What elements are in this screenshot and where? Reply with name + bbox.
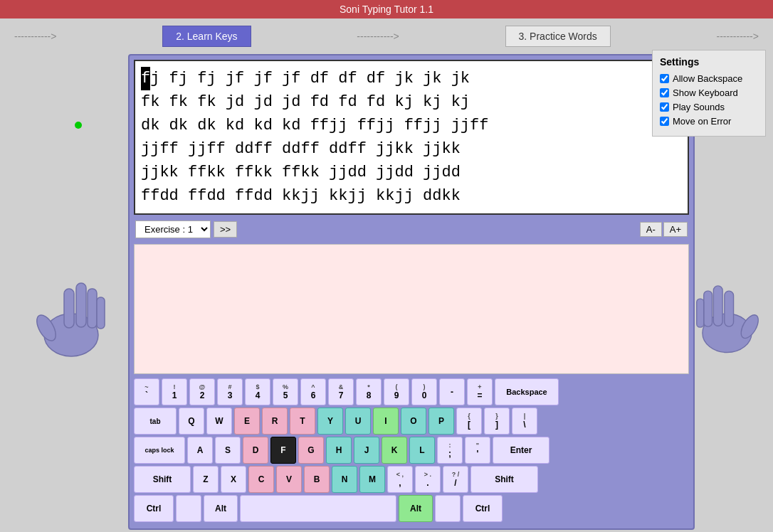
setting-move-on-error: Move on Error [660, 116, 758, 127]
key-bracket-left[interactable]: {[ [456, 408, 482, 435]
key-c[interactable]: C [248, 466, 274, 493]
font-increase-button[interactable]: A+ [663, 222, 688, 237]
key-6[interactable]: ^6 [300, 378, 326, 405]
key-row-bottom: Ctrl Alt Alt Ctrl [134, 495, 689, 522]
key-l[interactable]: L [409, 437, 435, 464]
step3-button[interactable]: 3. Practice Words [505, 26, 611, 47]
center-area: fj fj fj jf jf jf df df df jk jk jk fk f… [128, 54, 695, 530]
svg-rect-10 [704, 291, 712, 326]
key-u[interactable]: U [345, 408, 371, 435]
green-dot [75, 122, 82, 129]
key-ctrl-right[interactable]: Ctrl [463, 495, 503, 522]
key-2[interactable]: @2 [189, 378, 215, 405]
svg-rect-5 [97, 297, 105, 329]
svg-rect-3 [76, 283, 86, 327]
key-tab[interactable]: tab [134, 408, 177, 435]
next-button[interactable]: >> [214, 221, 237, 238]
key-8[interactable]: *8 [356, 378, 382, 405]
key-row-asdf: caps lock A S D F G H J K L :; "' Enter [134, 437, 689, 464]
play-sounds-checkbox[interactable] [660, 102, 669, 112]
key-k[interactable]: K [382, 437, 407, 464]
key-minus[interactable]: - [439, 378, 465, 405]
key-row-numbers: ~` !1 @2 #3 $4 %5 ^6 &7 *8 (9 )0 - += Ba… [134, 378, 689, 405]
right-hand-area [695, 97, 766, 530]
show-keyboard-label: Show Keyboard [673, 87, 738, 98]
key-a[interactable]: A [187, 437, 213, 464]
title-bar: Soni Typing Tutor 1.1 [0, 0, 773, 18]
key-z[interactable]: Z [193, 466, 219, 493]
left-hand-icon [28, 267, 107, 360]
setting-show-keyboard: Show Keyboard [660, 87, 758, 98]
setting-allow-backspace: Allow Backspace [660, 73, 758, 84]
typing-input[interactable] [139, 249, 684, 366]
move-on-error-checkbox[interactable] [660, 117, 669, 126]
key-h[interactable]: H [326, 437, 352, 464]
key-shift-right[interactable]: Shift [470, 466, 538, 493]
key-4[interactable]: $4 [245, 378, 270, 405]
key-space[interactable] [240, 495, 396, 522]
key-extra-right[interactable] [435, 495, 461, 522]
typing-area[interactable] [134, 244, 689, 374]
key-enter[interactable]: Enter [493, 437, 549, 464]
key-semicolon[interactable]: :; [437, 437, 463, 464]
key-j[interactable]: J [354, 437, 379, 464]
key-equals[interactable]: += [467, 378, 493, 405]
key-g[interactable]: G [298, 437, 324, 464]
key-y[interactable]: Y [317, 408, 343, 435]
key-comma[interactable]: < ,, [387, 466, 413, 493]
exercise-select[interactable]: Exercise : 1 Exercise : 2 Exercise : 3 [135, 220, 211, 238]
key-m[interactable]: M [359, 466, 385, 493]
key-b[interactable]: B [304, 466, 330, 493]
key-x[interactable]: X [221, 466, 246, 493]
first-char: f [141, 67, 150, 90]
key-5[interactable]: %5 [273, 378, 298, 405]
key-3[interactable]: #3 [217, 378, 243, 405]
left-hand-area [7, 97, 128, 530]
svg-rect-11 [697, 299, 704, 327]
key-w[interactable]: W [206, 408, 232, 435]
key-e[interactable]: E [234, 408, 260, 435]
key-alt-right[interactable]: Alt [399, 495, 433, 522]
font-decrease-button[interactable]: A- [640, 222, 662, 237]
key-7[interactable]: &7 [328, 378, 354, 405]
key-slash[interactable]: ? // [443, 466, 468, 493]
key-q[interactable]: Q [179, 408, 204, 435]
svg-rect-8 [725, 291, 734, 326]
key-alt-left[interactable]: Alt [204, 495, 238, 522]
settings-panel: Settings Allow Backspace Show Keyboard P… [652, 50, 766, 137]
key-n[interactable]: N [332, 466, 357, 493]
controls-row: Exercise : 1 Exercise : 2 Exercise : 3 >… [134, 218, 689, 241]
key-backslash[interactable]: |\ [512, 408, 537, 435]
key-1[interactable]: !1 [162, 378, 187, 405]
key-backtick[interactable]: ~` [134, 378, 159, 405]
key-extra-left[interactable] [176, 495, 201, 522]
key-t[interactable]: T [290, 408, 315, 435]
right-hand-icon [695, 271, 766, 356]
key-shift-left[interactable]: Shift [134, 466, 191, 493]
keyboard: ~` !1 @2 #3 $4 %5 ^6 &7 *8 (9 )0 - += Ba… [134, 378, 689, 522]
key-period[interactable]: > .. [415, 466, 441, 493]
show-keyboard-checkbox[interactable] [660, 88, 669, 97]
key-row-shift: Shift Z X C V B N M < ,, > .. ? // Shift [134, 466, 689, 493]
key-i[interactable]: I [373, 408, 399, 435]
text-content: j fj fj jf jf jf df df df jk jk jk fk fk… [141, 70, 488, 205]
key-caps-lock[interactable]: caps lock [134, 437, 185, 464]
key-v[interactable]: V [276, 466, 302, 493]
key-quote[interactable]: "' [465, 437, 490, 464]
key-ctrl-left[interactable]: Ctrl [134, 495, 174, 522]
key-p[interactable]: P [428, 408, 454, 435]
setting-play-sounds: Play Sounds [660, 102, 758, 112]
key-f[interactable]: F [270, 437, 296, 464]
allow-backspace-checkbox[interactable] [660, 74, 669, 83]
text-display: fj fj fj jf jf jf df df df jk jk jk fk f… [134, 60, 689, 215]
key-s[interactable]: S [215, 437, 241, 464]
key-d[interactable]: D [243, 437, 268, 464]
nav-bar: -----------> 2. Learn Keys -----------> … [0, 18, 773, 54]
key-bracket-right[interactable]: }] [484, 408, 510, 435]
step2-button[interactable]: 2. Learn Keys [162, 26, 251, 47]
key-r[interactable]: R [262, 408, 288, 435]
key-0[interactable]: )0 [411, 378, 437, 405]
key-o[interactable]: O [401, 408, 426, 435]
key-9[interactable]: (9 [384, 378, 409, 405]
key-backspace[interactable]: Backspace [495, 378, 559, 405]
